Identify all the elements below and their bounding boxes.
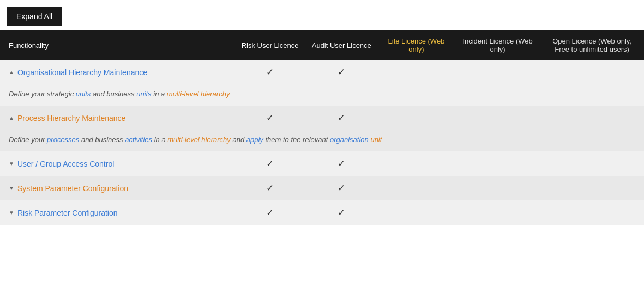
check-open [540,60,644,84]
header-audit-licence: Audit User Licence [306,30,377,60]
check-open [540,200,644,225]
check-lite [377,200,455,225]
header-risk-licence: Risk User Licence [234,30,305,60]
detail-row: Define your strategic units and business… [0,84,644,106]
row-label-text: Process Hierarchy Maintenance [17,114,125,123]
check-lite [377,60,455,84]
checkmark-icon: ✓ [266,158,274,169]
detail-text: Define your strategic units and business… [0,84,644,106]
header-functionality: Functionality [0,30,234,60]
table-row[interactable]: ▲Process Hierarchy Maintenance✓✓ [0,106,644,130]
checkmark-icon: ✓ [266,207,274,218]
detail-text: Define your processes and business activ… [0,130,644,151]
expand-icon[interactable]: ▼ [9,161,14,167]
row-label-text: User / Group Access Control [17,160,114,168]
check-audit: ✓ [306,200,377,225]
table-row[interactable]: ▼System Parameter Configuration✓✓ [0,176,644,200]
check-open [540,151,644,176]
row-label-text: Organisational Hierarchy Maintenance [17,68,147,77]
check-incident [455,176,540,200]
row-label-text: Risk Parameter Configuration [17,209,118,217]
check-incident [455,60,540,84]
check-audit: ✓ [306,60,377,84]
check-risk: ✓ [234,176,305,200]
detail-row: Define your processes and business activ… [0,130,644,151]
functionality-cell: ▲Process Hierarchy Maintenance [0,106,234,130]
functionality-cell: ▼Risk Parameter Configuration [0,200,234,225]
functionality-cell: ▲Organisational Hierarchy Maintenance [0,60,234,84]
checkmark-icon: ✓ [338,183,345,193]
check-audit: ✓ [306,106,377,130]
header-open-licence: Open Licence (Web only, Free to unlimite… [540,30,644,60]
header-incident-licence: Incident Licence (Web only) [455,30,540,60]
checkmark-icon: ✓ [338,207,345,218]
check-incident [455,200,540,225]
check-risk: ✓ [234,151,305,176]
row-label-text: System Parameter Configuration [17,184,128,193]
checkmark-icon: ✓ [338,158,345,169]
check-incident [455,151,540,176]
check-audit: ✓ [306,176,377,200]
table-row[interactable]: ▼Risk Parameter Configuration✓✓ [0,200,644,225]
expand-icon[interactable]: ▼ [9,185,14,191]
functionality-cell: ▼System Parameter Configuration [0,176,234,200]
check-risk: ✓ [234,200,305,225]
expand-icon[interactable]: ▼ [9,210,14,216]
check-audit: ✓ [306,151,377,176]
table-header-row: Functionality Risk User Licence Audit Us… [0,30,644,60]
check-open [540,176,644,200]
expand-icon[interactable]: ▲ [9,69,14,75]
check-lite [377,176,455,200]
table-row[interactable]: ▲Organisational Hierarchy Maintenance✓✓ [0,60,644,84]
check-risk: ✓ [234,106,305,130]
checkmark-icon: ✓ [266,183,274,193]
header-lite-licence: Lite Licence (Web only) [377,30,455,60]
expand-icon[interactable]: ▲ [9,115,14,121]
check-open [540,106,644,130]
checkmark-icon: ✓ [266,67,274,77]
check-lite [377,151,455,176]
check-risk: ✓ [234,60,305,84]
check-lite [377,106,455,130]
checkmark-icon: ✓ [266,113,274,123]
check-incident [455,106,540,130]
licence-comparison-table: Functionality Risk User Licence Audit Us… [0,30,644,225]
table-row[interactable]: ▼User / Group Access Control✓✓ [0,151,644,176]
expand-all-button[interactable]: Expand All [7,7,62,26]
functionality-cell: ▼User / Group Access Control [0,151,234,176]
checkmark-icon: ✓ [338,113,345,123]
checkmark-icon: ✓ [338,67,345,77]
